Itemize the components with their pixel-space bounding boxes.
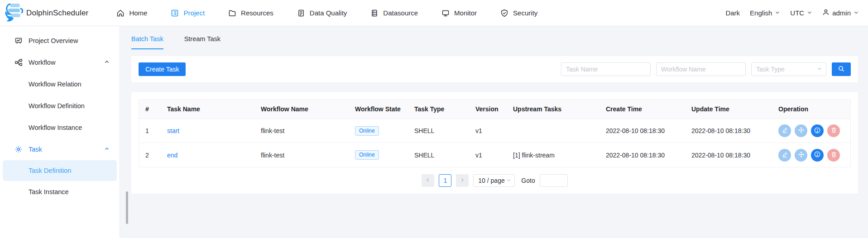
header-right-controls: Dark English UTC admin	[725, 9, 859, 17]
chevron-down-icon	[506, 177, 511, 184]
nav-item-monitor[interactable]: Monitor	[441, 9, 477, 17]
cell-workflow-name: flink-test	[255, 143, 350, 167]
sidebar-item-workflow-instance[interactable]: Workflow Instance	[0, 117, 120, 138]
toolbar-card: Create Task Task Type	[131, 56, 858, 82]
main-nav: Home Project Resources Data Quality Data…	[116, 9, 537, 17]
nav-item-home[interactable]: Home	[116, 9, 147, 17]
cell-version: v1	[470, 119, 508, 143]
sidebar-item-workflow-definition[interactable]: Workflow Definition	[0, 95, 120, 117]
sidebar-item-label: Project Overview	[29, 37, 78, 44]
chevron-down-icon	[854, 9, 859, 17]
version-info-button[interactable]	[811, 149, 824, 162]
cell-create-time: 2022-08-10 08:18:30	[600, 143, 686, 167]
cell-create-time: 2022-08-10 08:18:30	[600, 119, 686, 143]
sidebar-item-project-overview[interactable]: Project Overview	[0, 30, 120, 52]
sidebar-item-label: Task Definition	[29, 167, 71, 174]
nav-item-project[interactable]: Project	[171, 9, 205, 17]
nav-item-datasource[interactable]: Datasource	[370, 9, 418, 17]
nav-item-resources[interactable]: Resources	[228, 9, 273, 17]
col-task-name: Task Name	[162, 100, 255, 119]
table-row: 2 end flink-test Online SHELL v1 [1] fli…	[139, 143, 850, 167]
prev-page-button[interactable]	[422, 174, 434, 187]
version-info-button[interactable]	[811, 124, 824, 137]
security-icon	[500, 9, 508, 17]
col-operation: Operation	[773, 100, 850, 119]
timezone-select[interactable]: UTC	[790, 9, 812, 17]
workflow-icon	[14, 58, 23, 67]
col-create-time: Create Time	[600, 100, 686, 119]
resources-icon	[228, 9, 236, 17]
sidebar-item-label: Workflow Definition	[29, 102, 85, 109]
row-operations	[778, 149, 845, 162]
nav-label: Home	[129, 9, 147, 17]
tab-batch-task[interactable]: Batch Task	[131, 35, 163, 49]
task-type-placeholder: Task Type	[756, 66, 785, 73]
goto-label: Goto	[521, 177, 535, 184]
edit-task-button[interactable]	[778, 149, 791, 162]
cell-task-type: SHELL	[409, 143, 470, 167]
page-size-select[interactable]: 10 / page	[473, 174, 515, 187]
sidebar-item-label: Task	[29, 146, 42, 153]
datasource-icon	[370, 9, 379, 17]
table-header-row: # Task Name Workflow Name Workflow State…	[139, 100, 850, 119]
move-task-button[interactable]	[795, 124, 807, 137]
move-task-button[interactable]	[795, 149, 807, 162]
theme-toggle[interactable]: Dark	[725, 9, 740, 17]
chevron-left-icon	[425, 177, 431, 184]
nav-item-security[interactable]: Security	[500, 9, 537, 17]
create-task-button[interactable]: Create Task	[139, 62, 186, 76]
project-icon	[171, 9, 179, 17]
edit-task-button[interactable]	[778, 124, 791, 137]
user-menu[interactable]: admin	[822, 9, 859, 17]
chevron-down-icon	[817, 66, 822, 73]
edit-icon	[782, 151, 788, 159]
cell-index: 2	[139, 143, 162, 167]
nav-label: Datasource	[383, 9, 418, 17]
sidebar-item-task[interactable]: Task	[0, 138, 120, 160]
sidebar-item-task-instance[interactable]: Task Instance	[0, 181, 120, 203]
dolphinscheduler-logo-icon	[5, 2, 24, 24]
task-name-input[interactable]	[561, 62, 651, 76]
pagination: 1 10 / page Goto	[139, 167, 851, 194]
col-index: #	[139, 100, 162, 119]
nav-item-data-quality[interactable]: Data Quality	[297, 9, 347, 17]
cell-update-time: 2022-08-10 08:18:30	[686, 143, 773, 167]
sidebar-item-workflow[interactable]: Workflow	[0, 52, 120, 73]
task-name-link[interactable]: end	[167, 152, 177, 159]
tab-stream-task[interactable]: Stream Task	[184, 35, 221, 49]
gear-icon	[14, 145, 23, 153]
next-page-button[interactable]	[456, 174, 469, 187]
app-logo[interactable]: DolphinScheduler	[5, 2, 88, 24]
theme-label: Dark	[725, 9, 740, 17]
data-quality-icon	[297, 9, 305, 17]
sidebar-item-label: Task Instance	[29, 188, 69, 195]
sidebar-item-label: Workflow Instance	[29, 124, 82, 131]
top-nav-bar: DolphinScheduler Home Project Resources …	[0, 0, 868, 26]
delete-icon	[830, 151, 837, 159]
status-badge: Online	[355, 126, 379, 136]
chevron-up-icon	[104, 146, 110, 153]
col-task-type: Task Type	[409, 100, 470, 119]
task-name-link[interactable]: start	[167, 127, 179, 134]
sidebar-item-task-definition[interactable]: Task Definition	[3, 160, 117, 181]
search-button[interactable]	[832, 62, 851, 76]
search-icon	[838, 65, 845, 74]
app-title: DolphinScheduler	[26, 9, 88, 18]
task-table-card: # Task Name Workflow Name Workflow State…	[131, 92, 858, 194]
col-workflow-name: Workflow Name	[255, 100, 350, 119]
edit-icon	[782, 127, 788, 135]
delete-task-button[interactable]	[827, 124, 840, 137]
goto-page-input[interactable]	[540, 174, 568, 187]
cell-upstream-tasks: [1] flink-stream	[508, 143, 600, 167]
timezone-label: UTC	[790, 9, 804, 17]
workflow-name-input[interactable]	[656, 62, 746, 76]
sidebar: Project Overview Workflow Workflow Relat…	[0, 26, 120, 238]
task-type-select[interactable]: Task Type	[751, 62, 826, 76]
language-select[interactable]: English	[750, 9, 780, 17]
delete-task-button[interactable]	[827, 149, 840, 162]
sidebar-item-workflow-relation[interactable]: Workflow Relation	[0, 73, 120, 95]
username-label: admin	[832, 9, 851, 17]
row-operations	[778, 124, 845, 137]
page-number-button[interactable]: 1	[439, 174, 451, 187]
content-scrollbar-thumb[interactable]	[126, 191, 128, 224]
